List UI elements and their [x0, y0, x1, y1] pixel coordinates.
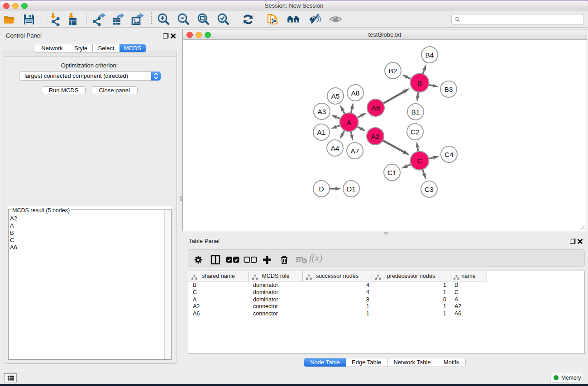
svg-text:A7: A7 — [351, 147, 359, 155]
svg-text:A8: A8 — [351, 89, 360, 97]
svg-text:C: C — [417, 157, 422, 165]
svg-text:C2: C2 — [411, 128, 420, 136]
svg-text:A4: A4 — [331, 144, 339, 152]
svg-text:C1: C1 — [387, 169, 397, 176]
svg-text:A3: A3 — [318, 108, 326, 115]
svg-text:D: D — [319, 185, 324, 193]
svg-text:A1: A1 — [317, 129, 326, 136]
svg-text:B4: B4 — [425, 51, 434, 59]
svg-text:B2: B2 — [389, 67, 397, 75]
svg-text:C4: C4 — [445, 151, 454, 158]
svg-text:B1: B1 — [411, 108, 420, 116]
svg-text:A: A — [347, 119, 352, 126]
svg-text:A2: A2 — [371, 133, 380, 140]
svg-text:D1: D1 — [347, 185, 356, 193]
svg-text:C3: C3 — [425, 186, 434, 193]
svg-text:A6: A6 — [372, 104, 380, 112]
svg-text:B3: B3 — [445, 86, 453, 93]
svg-text:B: B — [417, 79, 422, 87]
svg-text:A5: A5 — [331, 92, 340, 100]
